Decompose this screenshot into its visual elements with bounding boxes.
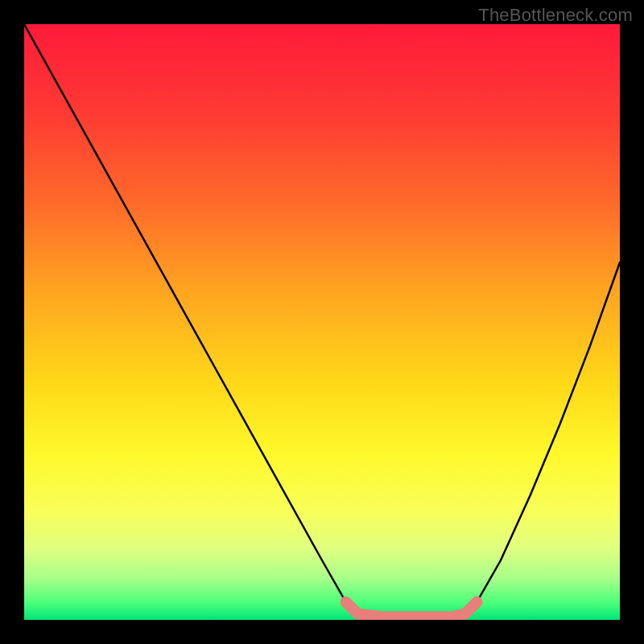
chart-svg (24, 24, 620, 620)
flat-segment-end-dot (471, 597, 482, 608)
gradient-background (24, 24, 620, 620)
watermark-label: TheBottleneck.com (478, 5, 633, 26)
plot-area (24, 24, 620, 620)
chart-frame: TheBottleneck.com (0, 0, 644, 644)
